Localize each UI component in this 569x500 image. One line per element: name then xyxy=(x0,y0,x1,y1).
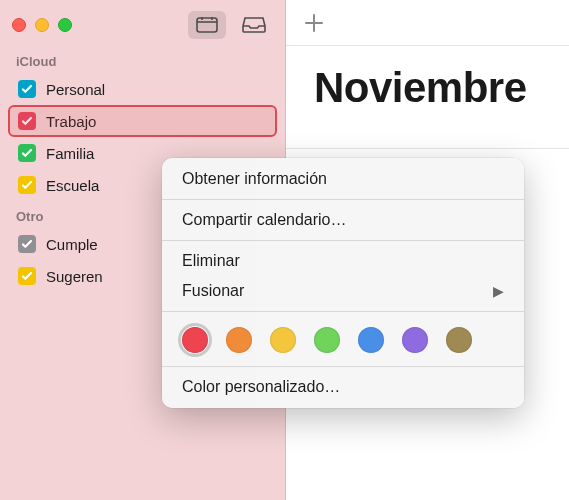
calendar-label: Familia xyxy=(46,145,94,162)
menu-item-label: Color personalizado… xyxy=(182,378,340,396)
calendar-icon xyxy=(196,17,218,33)
menu-item-custom-color[interactable]: Color personalizado… xyxy=(162,372,524,402)
menu-item-delete[interactable]: Eliminar xyxy=(162,246,524,276)
color-swatch-brown[interactable] xyxy=(446,327,472,353)
window-titlebar xyxy=(0,4,285,46)
close-window-button[interactable] xyxy=(12,18,26,32)
window-controls xyxy=(12,18,72,32)
menu-item-share[interactable]: Compartir calendario… xyxy=(162,205,524,235)
checkbox-icon[interactable] xyxy=(18,112,36,130)
calendar-label: Sugeren xyxy=(46,268,103,285)
inbox-icon xyxy=(242,17,266,33)
color-swatch-yellow[interactable] xyxy=(270,327,296,353)
color-swatch-orange[interactable] xyxy=(226,327,252,353)
menu-item-label: Fusionar xyxy=(182,282,244,300)
zoom-window-button[interactable] xyxy=(58,18,72,32)
checkbox-icon[interactable] xyxy=(18,235,36,253)
menu-separator xyxy=(162,311,524,312)
context-menu: Obtener información Compartir calendario… xyxy=(162,158,524,408)
calendar-label: Trabajo xyxy=(46,113,96,130)
color-picker-row xyxy=(162,317,524,361)
month-title: Noviembre xyxy=(286,46,569,112)
calendar-label: Escuela xyxy=(46,177,99,194)
menu-item-merge[interactable]: Fusionar ▶ xyxy=(162,276,524,306)
calendar-list-toggle[interactable] xyxy=(188,11,226,39)
menu-item-label: Compartir calendario… xyxy=(182,211,347,229)
color-swatch-blue[interactable] xyxy=(358,327,384,353)
checkbox-icon[interactable] xyxy=(18,176,36,194)
color-swatch-purple[interactable] xyxy=(402,327,428,353)
minimize-window-button[interactable] xyxy=(35,18,49,32)
menu-separator xyxy=(162,240,524,241)
plus-icon xyxy=(304,13,324,33)
calendar-label: Personal xyxy=(46,81,105,98)
main-toolbar xyxy=(286,0,569,46)
menu-item-label: Obtener información xyxy=(182,170,327,188)
chevron-right-icon: ▶ xyxy=(493,283,504,299)
checkbox-icon[interactable] xyxy=(18,80,36,98)
calendar-label: Cumple xyxy=(46,236,98,253)
calendar-item-trabajo[interactable]: Trabajo xyxy=(8,105,277,137)
inbox-button[interactable] xyxy=(235,11,273,39)
calendar-grid-divider xyxy=(286,148,569,149)
add-event-button[interactable] xyxy=(300,9,328,37)
checkbox-icon[interactable] xyxy=(18,267,36,285)
menu-separator xyxy=(162,199,524,200)
svg-rect-0 xyxy=(197,18,217,32)
checkbox-icon[interactable] xyxy=(18,144,36,162)
color-swatch-red[interactable] xyxy=(182,327,208,353)
menu-item-get-info[interactable]: Obtener información xyxy=(162,164,524,194)
color-swatch-green[interactable] xyxy=(314,327,340,353)
section-header-icloud[interactable]: iCloud xyxy=(0,46,285,73)
menu-separator xyxy=(162,366,524,367)
calendar-item-personal[interactable]: Personal xyxy=(8,73,277,105)
menu-item-label: Eliminar xyxy=(182,252,240,270)
